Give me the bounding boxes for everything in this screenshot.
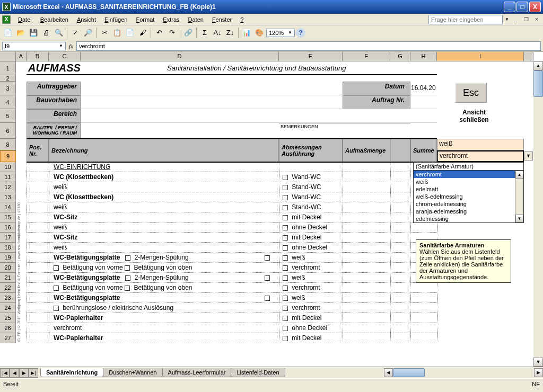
col-header-G[interactable]: G bbox=[390, 52, 410, 61]
data-abm-3[interactable]: Wand-WC bbox=[281, 193, 341, 202]
col-header-A[interactable]: A bbox=[16, 52, 27, 61]
menu-fenster[interactable]: Fenster bbox=[208, 15, 236, 24]
select-all-corner[interactable] bbox=[0, 52, 16, 61]
dropdown-scrollbar[interactable]: ▲▼ bbox=[515, 171, 523, 222]
chart-wizard-icon[interactable]: 📊 bbox=[241, 27, 252, 39]
doc-minimize-button[interactable]: _ bbox=[511, 16, 520, 23]
dropdown-item-3[interactable]: weiß-edelmessing bbox=[414, 193, 515, 200]
data-abm-4[interactable]: Stand-WC bbox=[281, 203, 341, 212]
sheet-tab-2[interactable]: Aufmass-Leerformular bbox=[162, 368, 232, 377]
row-header-5[interactable]: 5 bbox=[0, 109, 16, 123]
minimize-button[interactable]: _ bbox=[504, 2, 515, 12]
scroll-left-icon[interactable]: ◀ bbox=[384, 368, 393, 377]
menu-extras[interactable]: Extras bbox=[159, 15, 183, 24]
row-header-9[interactable]: 9 bbox=[0, 150, 16, 162]
scroll-thumb[interactable] bbox=[533, 70, 543, 97]
zoom-dropdown-icon[interactable]: ▼ bbox=[288, 30, 292, 35]
format-painter-icon[interactable]: 🖌 bbox=[137, 27, 148, 39]
sheet-tab-0[interactable]: Sanitäreinrichtung bbox=[40, 368, 103, 377]
row-header-8[interactable]: 8 bbox=[0, 139, 16, 150]
dropdown-item-0[interactable]: verchromt bbox=[414, 171, 515, 178]
row-header-4[interactable]: 4 bbox=[0, 95, 16, 109]
dd-scroll-down-icon[interactable]: ▼ bbox=[515, 215, 523, 222]
menu-?[interactable]: ? bbox=[236, 15, 248, 24]
row-header-27[interactable]: 27 bbox=[0, 333, 16, 343]
col-header-C[interactable]: C bbox=[49, 52, 81, 61]
data-abm-9[interactable]: weiß bbox=[281, 253, 341, 262]
doc-restore-button[interactable]: ❐ bbox=[522, 16, 530, 23]
validation-dropdown-button[interactable]: ▼ bbox=[524, 152, 533, 161]
tab-first-icon[interactable]: |◀ bbox=[0, 368, 10, 378]
hscroll-thumb[interactable] bbox=[393, 368, 425, 377]
sheet-tab-3[interactable]: Listenfeld-Daten bbox=[231, 368, 285, 377]
excel-doc-icon[interactable]: X bbox=[2, 15, 11, 24]
cut-icon[interactable]: ✂ bbox=[99, 27, 110, 39]
worksheet-grid[interactable]: AUFMASSSanitärinstallation / Sanitäreinr… bbox=[16, 61, 533, 367]
data-abm-15[interactable]: mit Deckel bbox=[281, 314, 341, 323]
help-icon[interactable]: ? bbox=[296, 28, 305, 38]
row-header-3[interactable]: 3 bbox=[0, 82, 16, 95]
scroll-up-icon[interactable]: ▲ bbox=[533, 61, 543, 70]
copy-icon[interactable]: 📋 bbox=[111, 27, 123, 39]
redo-icon[interactable]: ↷ bbox=[166, 27, 178, 39]
name-box-dropdown-icon[interactable]: ▼ bbox=[59, 43, 63, 48]
undo-icon[interactable]: ↶ bbox=[153, 27, 165, 39]
row-header-12[interactable]: 12 bbox=[0, 182, 16, 192]
cell-i8[interactable]: weiß bbox=[437, 139, 524, 150]
formula-bar[interactable]: verchromt bbox=[76, 41, 541, 51]
data-abm-16[interactable]: ohne Deckel bbox=[281, 324, 341, 333]
col-header-E[interactable]: E bbox=[279, 52, 343, 61]
esc-button[interactable]: Esc bbox=[455, 83, 487, 103]
menu-datei[interactable]: Datei bbox=[14, 15, 36, 24]
extra-chk-11[interactable] bbox=[263, 273, 277, 282]
menu-daten[interactable]: Daten bbox=[184, 15, 208, 24]
cell-i9-selected[interactable]: verchromt bbox=[437, 150, 524, 162]
scroll-right-icon[interactable]: ▶ bbox=[534, 368, 543, 377]
doc-close-button[interactable]: × bbox=[532, 16, 541, 23]
data-abm-10[interactable]: verchromt bbox=[281, 263, 341, 272]
tab-prev-icon[interactable]: ◀ bbox=[10, 368, 19, 378]
row-header-23[interactable]: 23 bbox=[0, 293, 16, 303]
col-header-I[interactable]: I bbox=[437, 52, 524, 61]
drawing-icon[interactable]: 🎨 bbox=[253, 27, 265, 39]
row-header-25[interactable]: 25 bbox=[0, 313, 16, 323]
row-header-21[interactable]: 21 bbox=[0, 273, 16, 283]
menu-format[interactable]: Format bbox=[132, 15, 159, 24]
sheet-tab-1[interactable]: Duschen+Wannen bbox=[103, 368, 162, 377]
dropdown-item-5[interactable]: aranja-edelmessing bbox=[414, 208, 515, 215]
row-header-22[interactable]: 22 bbox=[0, 283, 16, 293]
dropdown-item-6[interactable]: edelmessing bbox=[414, 215, 515, 222]
row-header-16[interactable]: 16 bbox=[0, 222, 16, 233]
ask-question-input[interactable] bbox=[428, 15, 503, 24]
open-file-icon[interactable]: 📂 bbox=[15, 27, 27, 39]
data-abm-7[interactable]: mit Deckel bbox=[281, 233, 341, 242]
vertical-scrollbar[interactable]: ▲ ▼ bbox=[533, 61, 543, 367]
row-header-15[interactable]: 15 bbox=[0, 212, 16, 222]
row-header-26[interactable]: 26 bbox=[0, 323, 16, 333]
menu-ansicht[interactable]: Ansicht bbox=[73, 15, 100, 24]
dropdown-item-4[interactable]: chrom-edelmessing bbox=[414, 200, 515, 208]
sort-asc-icon[interactable]: A↓ bbox=[212, 27, 223, 39]
data-abm-2[interactable]: Stand-WC bbox=[281, 183, 341, 192]
print-preview-icon[interactable]: 🔍 bbox=[53, 27, 65, 39]
data-abm-12[interactable]: verchromt bbox=[281, 283, 341, 292]
data-abm-5[interactable]: mit Deckel bbox=[281, 213, 341, 222]
name-box[interactable]: I9 ▼ bbox=[2, 42, 66, 50]
dropdown-item-2[interactable]: edelmatt bbox=[414, 185, 515, 193]
maximize-button[interactable]: □ bbox=[516, 2, 528, 12]
spellcheck-icon[interactable]: ✓ bbox=[69, 27, 81, 39]
paste-icon[interactable]: 📄 bbox=[124, 27, 136, 39]
dd-scroll-up-icon[interactable]: ▲ bbox=[515, 171, 523, 179]
col-header-D[interactable]: D bbox=[81, 52, 279, 61]
row-header-17[interactable]: 17 bbox=[0, 233, 16, 243]
row-header-11[interactable]: 11 bbox=[0, 172, 16, 182]
row-header-24[interactable]: 24 bbox=[0, 303, 16, 313]
row-header-2[interactable]: 2 bbox=[0, 75, 16, 82]
scroll-down-icon[interactable]: ▼ bbox=[533, 358, 543, 367]
row-header-10[interactable]: 10 bbox=[0, 162, 16, 172]
research-icon[interactable]: 🔎 bbox=[82, 27, 94, 39]
data-abm-13[interactable]: weiß bbox=[281, 293, 341, 302]
menu-bearbeiten[interactable]: Bearbeiten bbox=[36, 15, 73, 24]
row-header-19[interactable]: 19 bbox=[0, 253, 16, 263]
menu-einfügen[interactable]: Einfügen bbox=[100, 15, 132, 24]
